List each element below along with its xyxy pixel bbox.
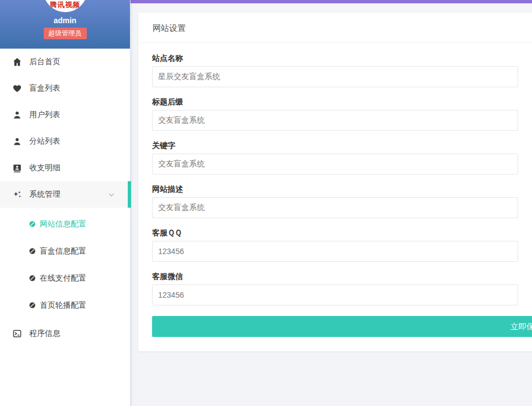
submenu-item-online-payment-config[interactable]: 在线支付配置 (0, 265, 130, 292)
heart-icon (12, 83, 22, 93)
sidebar-item-label: 程序信息 (29, 329, 60, 339)
field-label: 站点名称 (152, 54, 532, 62)
sidebar: 腾讯视频 admin 超级管理员 后台首页 盲盒列表 用户列表 (0, 0, 131, 406)
submenu-item-label: 网站信息配置 (40, 219, 86, 229)
field-label: 网站描述 (152, 185, 532, 193)
field-label: 标题后缀 (152, 98, 532, 106)
sidebar-item-dashboard[interactable]: 后台首页 (0, 49, 130, 75)
sidebar-item-substation-list[interactable]: 分站列表 (0, 128, 130, 155)
submenu-item-label: 在线支付配置 (40, 273, 86, 283)
field-label: 客服微信 (152, 272, 532, 281)
field-service-qq: 客服ＱＱ (152, 229, 532, 262)
circle-slash-icon (29, 302, 36, 309)
sidebar-item-program-info[interactable]: 程序信息 (0, 320, 130, 347)
service-wechat-input[interactable] (152, 284, 518, 305)
sidebar-item-income-expense[interactable]: 收支明细 (0, 155, 130, 181)
submenu-item-website-info-config[interactable]: 网站信息配置 (0, 210, 130, 238)
terminal-icon (12, 329, 22, 339)
sidebar-item-label: 盲盒列表 (29, 83, 60, 93)
sidebar-item-label: 系统管理 (29, 189, 60, 199)
field-service-wechat: 客服微信 (152, 272, 532, 305)
submenu-item-homepage-carousel-config[interactable]: 首页轮播配置 (0, 292, 130, 319)
sidebar-item-label: 收支明细 (29, 163, 60, 173)
save-button[interactable]: 立即保存 (152, 316, 532, 337)
site-name-input[interactable] (152, 66, 518, 87)
circle-slash-icon (29, 247, 36, 255)
sidebar-header: 腾讯视频 admin 超级管理员 (0, 0, 130, 49)
circle-slash-icon (29, 275, 36, 282)
field-site-name: 站点名称 (152, 54, 532, 87)
role-badge: 超级管理员 (44, 28, 87, 39)
submenu-item-label: 首页轮播配置 (40, 300, 86, 310)
field-keywords: 关键字 (152, 141, 532, 175)
system-management-submenu: 网站信息配置 盲盒信息配置 在线支付配置 首页轮播配置 (0, 208, 130, 320)
sidebar-item-label: 分站列表 (29, 136, 60, 146)
site-description-input[interactable] (152, 197, 518, 218)
sidebar-item-user-list[interactable]: 用户列表 (0, 102, 130, 128)
field-label: 关键字 (152, 141, 532, 150)
card-title: 网站设置 (138, 13, 532, 43)
home-icon (12, 57, 22, 67)
circle-slash-icon (29, 220, 36, 228)
top-accent-bar (131, 0, 532, 3)
settings-card: 网站设置 站点名称 标题后缀 关键字 网站描述 客服ＱＱ (138, 13, 532, 351)
contact-card-icon (12, 163, 22, 173)
sidebar-item-system-management[interactable]: 系统管理 (0, 181, 130, 208)
settings-form: 站点名称 标题后缀 关键字 网站描述 客服ＱＱ 客服微信 (138, 43, 532, 337)
field-site-description: 网站描述 (152, 185, 532, 218)
sidebar-item-label: 用户列表 (29, 110, 60, 120)
sidebar-item-label: 后台首页 (29, 57, 60, 67)
user-icon (12, 110, 22, 120)
keywords-input[interactable] (152, 154, 518, 175)
user-icon (12, 136, 22, 146)
field-label: 客服ＱＱ (152, 229, 532, 237)
service-qq-input[interactable] (152, 241, 518, 262)
sparkles-icon (12, 189, 22, 199)
main-area: 网站设置 站点名称 标题后缀 关键字 网站描述 客服ＱＱ (131, 0, 532, 406)
submenu-item-label: 盲盒信息配置 (40, 246, 86, 256)
title-suffix-input[interactable] (152, 110, 518, 131)
sidebar-item-blindbox-list[interactable]: 盲盒列表 (0, 75, 130, 102)
chevron-down-icon (109, 191, 114, 197)
submenu-item-blindbox-info-config[interactable]: 盲盒信息配置 (0, 238, 130, 265)
sidebar-menu: 后台首页 盲盒列表 用户列表 分站列表 收支明细 (0, 49, 130, 347)
field-title-suffix: 标题后缀 (152, 98, 532, 131)
